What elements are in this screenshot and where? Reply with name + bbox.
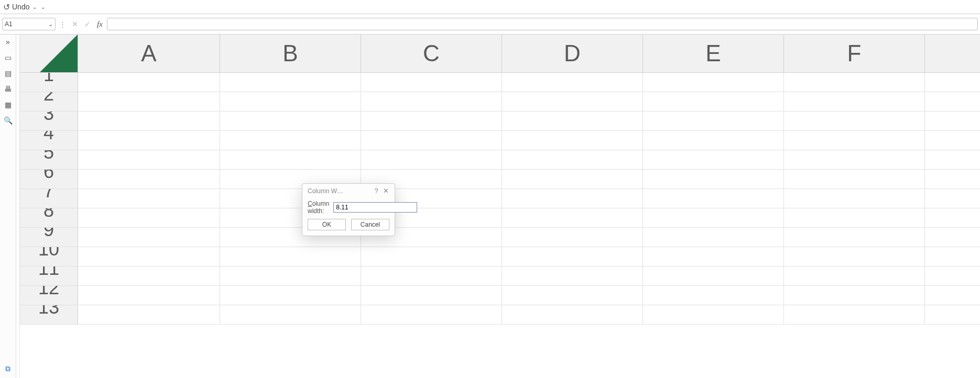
- cell[interactable]: [220, 92, 361, 111]
- clipboard-icon[interactable]: ▤: [5, 69, 12, 77]
- cell[interactable]: [502, 189, 643, 208]
- column-width-input[interactable]: [333, 202, 417, 213]
- formula-input[interactable]: [107, 18, 978, 30]
- cell[interactable]: [784, 170, 925, 188]
- cell[interactable]: [502, 228, 643, 247]
- cell[interactable]: [220, 73, 361, 92]
- undo-button[interactable]: Undo ⌄: [3, 2, 38, 12]
- cell[interactable]: [643, 131, 784, 150]
- row-header-7[interactable]: 7: [20, 189, 78, 208]
- cell[interactable]: [784, 73, 925, 92]
- row-header-13[interactable]: 13: [20, 305, 78, 324]
- cell[interactable]: [502, 286, 643, 305]
- row-header-10[interactable]: 10: [20, 247, 78, 266]
- cell[interactable]: [643, 189, 784, 208]
- help-icon[interactable]: ?: [372, 187, 381, 195]
- qat-customize-icon[interactable]: [40, 4, 46, 10]
- cell[interactable]: [220, 305, 361, 324]
- cell[interactable]: [78, 73, 220, 92]
- column-header-B[interactable]: B: [220, 35, 361, 72]
- row-header-4[interactable]: 4: [20, 131, 78, 150]
- cell[interactable]: [78, 208, 220, 227]
- dialog-titlebar[interactable]: Column W… ? ✕: [302, 184, 395, 198]
- cell[interactable]: [502, 208, 643, 227]
- cell[interactable]: [361, 305, 502, 324]
- cell[interactable]: [643, 92, 784, 111]
- cell[interactable]: [220, 131, 361, 150]
- cell[interactable]: [502, 150, 643, 169]
- row-header-8[interactable]: 8: [20, 208, 78, 227]
- close-icon[interactable]: ✕: [381, 187, 390, 195]
- expand-icon[interactable]: »: [6, 38, 10, 46]
- cell[interactable]: [502, 170, 643, 188]
- cell[interactable]: [220, 266, 361, 285]
- cell[interactable]: [78, 266, 220, 285]
- cell[interactable]: [502, 131, 643, 150]
- cancel-button[interactable]: Cancel: [351, 219, 389, 230]
- binoculars-icon[interactable]: 🔍: [4, 116, 13, 125]
- cell[interactable]: [784, 266, 925, 285]
- column-header-F[interactable]: F: [784, 35, 925, 72]
- cell[interactable]: [78, 170, 220, 188]
- cell[interactable]: [784, 189, 925, 208]
- select-all-corner[interactable]: [20, 35, 78, 72]
- column-header-D[interactable]: D: [502, 35, 643, 72]
- cell[interactable]: [220, 247, 361, 266]
- cell[interactable]: [784, 228, 925, 247]
- column-header-E[interactable]: E: [643, 35, 784, 72]
- row-header-9[interactable]: 9: [20, 228, 78, 247]
- cell[interactable]: [361, 131, 502, 150]
- cell[interactable]: [643, 208, 784, 227]
- cell[interactable]: [502, 266, 643, 285]
- cell[interactable]: [784, 150, 925, 169]
- cell[interactable]: [643, 150, 784, 169]
- cell[interactable]: [643, 286, 784, 305]
- cell[interactable]: [784, 112, 925, 130]
- cell[interactable]: [361, 112, 502, 130]
- grid-icon[interactable]: ▦: [5, 101, 12, 109]
- row-header-3[interactable]: 3: [20, 112, 78, 130]
- cell[interactable]: [784, 247, 925, 266]
- cell[interactable]: [78, 286, 220, 305]
- fx-icon[interactable]: fx: [95, 20, 105, 29]
- row-header-12[interactable]: 12: [20, 286, 78, 305]
- cell[interactable]: [643, 266, 784, 285]
- cell[interactable]: [784, 131, 925, 150]
- cell[interactable]: [78, 228, 220, 247]
- cell[interactable]: [78, 131, 220, 150]
- cell[interactable]: [361, 73, 502, 92]
- undo-dropdown-icon[interactable]: ⌄: [31, 4, 38, 10]
- cell[interactable]: [361, 150, 502, 169]
- cell[interactable]: [643, 73, 784, 92]
- cell[interactable]: [784, 208, 925, 227]
- row-header-11[interactable]: 11: [20, 266, 78, 285]
- popout-icon[interactable]: ⧉: [5, 364, 10, 373]
- cell[interactable]: [502, 92, 643, 111]
- cell[interactable]: [502, 73, 643, 92]
- cell[interactable]: [220, 150, 361, 169]
- cell[interactable]: [361, 266, 502, 285]
- name-box[interactable]: A1: [2, 18, 56, 30]
- cell[interactable]: [78, 112, 220, 130]
- cell[interactable]: [220, 112, 361, 130]
- column-header-C[interactable]: C: [361, 35, 502, 72]
- printer-icon[interactable]: 🖶: [4, 85, 12, 93]
- cell[interactable]: [78, 150, 220, 169]
- cell[interactable]: [502, 112, 643, 130]
- row-header-2[interactable]: 2: [20, 92, 78, 111]
- cell[interactable]: [784, 305, 925, 324]
- cell[interactable]: [78, 189, 220, 208]
- cell[interactable]: [643, 305, 784, 324]
- cell[interactable]: [784, 92, 925, 111]
- window-icon[interactable]: ▭: [5, 53, 12, 62]
- formula-options-icon[interactable]: [58, 20, 68, 28]
- cell[interactable]: [361, 247, 502, 266]
- cell[interactable]: [643, 247, 784, 266]
- cell[interactable]: [361, 92, 502, 111]
- row-header-6[interactable]: 6: [20, 170, 78, 188]
- column-header-A[interactable]: A: [78, 35, 220, 72]
- cell[interactable]: [361, 286, 502, 305]
- cell[interactable]: [643, 170, 784, 188]
- cell[interactable]: [78, 305, 220, 324]
- cell[interactable]: [220, 286, 361, 305]
